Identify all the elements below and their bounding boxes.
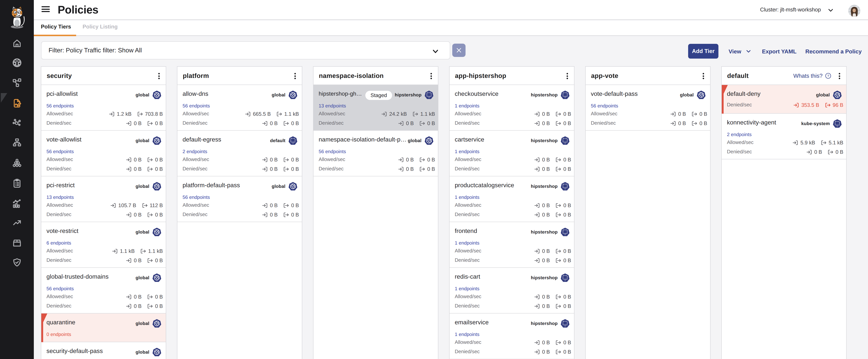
svg-text:?: ? xyxy=(827,74,829,78)
